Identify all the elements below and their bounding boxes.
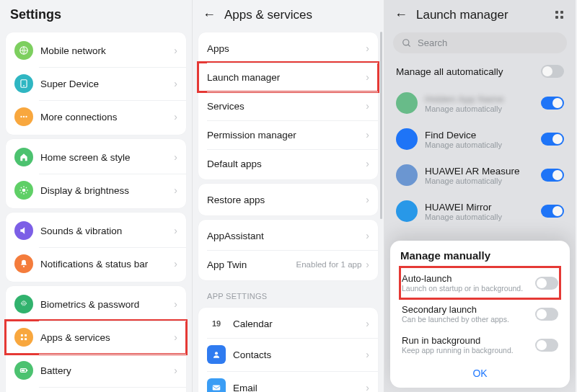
settings-panel: Settings Mobile network›Super Device›Mor…: [0, 0, 192, 392]
settings-item-apps-services[interactable]: Apps & services›: [6, 321, 186, 354]
settings-item-label: Mobile network: [40, 45, 174, 56]
bell-icon: [14, 254, 33, 273]
mail-icon: [207, 378, 226, 392]
sheet-row-sub: Launch on startup or in background.: [402, 284, 535, 293]
sheet-row-sub: Keep app running in background.: [402, 346, 535, 355]
app-item-email[interactable]: Email›: [198, 371, 378, 392]
list-item-label: Apps: [207, 43, 366, 54]
app-item-contacts[interactable]: Contacts›: [198, 338, 378, 371]
sound-icon: [14, 221, 33, 240]
back-icon[interactable]: ←: [203, 7, 216, 22]
battery-icon: [14, 361, 33, 380]
chevron-right-icon: ›: [174, 111, 177, 122]
sheet-row-auto-launch[interactable]: Auto-launchLaunch on startup or in backg…: [400, 267, 560, 298]
settings-item-label: More connections: [40, 112, 174, 122]
settings-item-biometrics-password[interactable]: Biometrics & password›: [6, 288, 186, 321]
chevron-right-icon: ›: [366, 71, 369, 83]
chevron-right-icon: ›: [366, 382, 369, 392]
settings-item-display-brightness[interactable]: Display & brightness›: [6, 174, 186, 207]
sheet-title: Manage manually: [400, 249, 560, 262]
apps-services-panel: ← Apps & services Apps›Launch manager›Se…: [192, 0, 384, 392]
svg-rect-22: [22, 370, 25, 371]
svg-point-2: [23, 85, 25, 86]
list-item-restore-apps[interactable]: Restore apps›: [198, 185, 378, 214]
list-item-services[interactable]: Services›: [198, 92, 378, 120]
apps-services-title: Apps & services: [224, 8, 312, 22]
app-item-calendar[interactable]: 19Calendar›: [198, 309, 378, 338]
settings-group: Mobile network›Super Device›More connect…: [6, 32, 186, 135]
chevron-right-icon: ›: [366, 194, 369, 205]
svg-rect-16: [21, 334, 23, 337]
chevron-right-icon: ›: [366, 259, 369, 270]
settings-group: Biometrics & password›Apps & services›Ba…: [6, 286, 186, 392]
settings-title: Settings: [10, 7, 61, 22]
settings-item-mobile-network[interactable]: Mobile network›: [6, 34, 186, 67]
chevron-right-icon: ›: [366, 129, 369, 141]
svg-line-12: [26, 192, 27, 193]
app-item-label: Email: [233, 383, 366, 393]
settings-item-home-screen-style[interactable]: Home screen & style›: [6, 141, 186, 174]
settings-item-storage[interactable]: Storage›: [6, 387, 186, 392]
list-item-label: AppAssistant: [207, 231, 366, 241]
svg-line-11: [21, 187, 22, 188]
sheet-toggle[interactable]: [535, 339, 558, 352]
svg-line-13: [21, 192, 22, 193]
listing-group: Restore apps›: [198, 184, 378, 215]
settings-item-sounds-vibration[interactable]: Sounds & vibration›: [6, 214, 186, 247]
sheet-row-secondary-launch[interactable]: Secondary launchCan be launched by other…: [400, 298, 560, 329]
settings-item-label: Notifications & status bar: [40, 259, 174, 270]
settings-item-notifications-status-bar[interactable]: Notifications & status bar›: [6, 247, 186, 280]
list-item-permission-manager[interactable]: Permission manager›: [198, 120, 378, 149]
listing-group: Apps›Launch manager›Services›Permission …: [198, 32, 378, 179]
svg-rect-25: [213, 386, 221, 391]
chevron-right-icon: ›: [174, 184, 177, 196]
list-item-default-apps[interactable]: Default apps›: [198, 149, 378, 178]
settings-item-label: Apps & services: [40, 332, 174, 343]
manage-manually-sheet: Manage manually Auto-launchLaunch on sta…: [390, 241, 570, 388]
list-item-appassistant[interactable]: AppAssistant›: [198, 221, 378, 250]
section-label-app-settings: APP SETTINGS: [193, 285, 384, 303]
settings-item-more-connections[interactable]: More connections›: [6, 100, 186, 133]
list-item-label: Permission manager: [207, 130, 366, 141]
settings-item-label: Battery: [40, 365, 174, 376]
fingerprint-icon: [14, 295, 33, 313]
chevron-right-icon: ›: [366, 349, 369, 360]
sun-icon: [14, 181, 33, 200]
globe-icon: [14, 41, 33, 60]
apps-services-header: ← Apps & services: [193, 0, 384, 28]
chevron-right-icon: ›: [174, 331, 177, 343]
svg-rect-17: [25, 334, 27, 337]
settings-item-label: Home screen & style: [40, 152, 174, 163]
settings-item-super-device[interactable]: Super Device›: [6, 67, 186, 100]
svg-rect-15: [23, 266, 25, 267]
app-item-label: Contacts: [233, 349, 366, 360]
svg-rect-19: [25, 338, 27, 340]
chevron-right-icon: ›: [366, 100, 369, 112]
svg-line-14: [26, 187, 27, 188]
settings-item-label: Super Device: [40, 79, 174, 89]
list-item-label: App Twin: [207, 259, 296, 270]
device-icon: [14, 74, 33, 93]
chevron-right-icon: ›: [174, 258, 177, 270]
settings-item-battery[interactable]: Battery›: [6, 354, 186, 387]
list-item-app-twin[interactable]: App TwinEnabled for 1 app›: [198, 250, 378, 279]
settings-item-label: Display & brightness: [40, 185, 174, 196]
chevron-right-icon: ›: [174, 225, 177, 236]
sheet-toggle[interactable]: [535, 308, 558, 321]
list-item-label: Restore apps: [207, 195, 366, 205]
ok-button[interactable]: OK: [400, 360, 560, 382]
home-icon: [14, 148, 33, 166]
list-item-launch-manager[interactable]: Launch manager›: [198, 63, 378, 92]
chevron-right-icon: ›: [174, 45, 177, 56]
sheet-row-run-in-background[interactable]: Run in backgroundKeep app running in bac…: [400, 329, 560, 360]
svg-point-3: [20, 116, 22, 117]
sheet-toggle[interactable]: [535, 277, 558, 290]
app-list-group: 19Calendar›Contacts›Email›: [198, 308, 378, 392]
list-item-apps[interactable]: Apps›: [198, 34, 378, 63]
sheet-row-title: Secondary launch: [402, 304, 535, 315]
chevron-right-icon: ›: [366, 158, 369, 169]
calendar-day-icon: 19: [207, 319, 226, 328]
svg-point-24: [215, 352, 218, 355]
list-item-label: Launch manager: [207, 72, 366, 83]
scrollbar[interactable]: [380, 32, 382, 219]
